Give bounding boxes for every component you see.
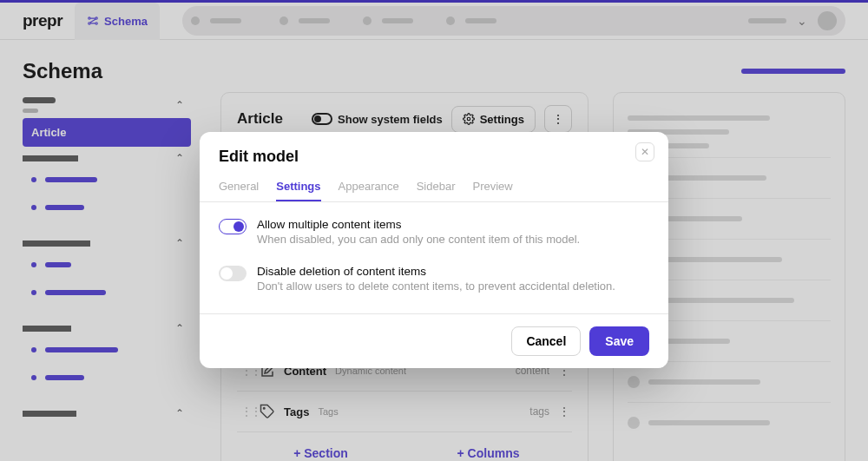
tab-general[interactable]: General bbox=[219, 171, 259, 201]
setting-disable-deletion: Disable deletion of content items Don't … bbox=[219, 265, 649, 293]
close-button[interactable]: ✕ bbox=[635, 142, 654, 161]
save-button[interactable]: Save bbox=[589, 326, 649, 356]
close-icon: ✕ bbox=[641, 146, 649, 158]
setting-allow-multiple: Allow multiple content items When disabl… bbox=[219, 218, 649, 246]
modal-tabs: General Settings Appearance Sidebar Prev… bbox=[200, 171, 668, 202]
tab-settings[interactable]: Settings bbox=[276, 171, 320, 201]
tab-appearance[interactable]: Appearance bbox=[339, 171, 399, 201]
modal-title: Edit model bbox=[219, 148, 299, 166]
cancel-button[interactable]: Cancel bbox=[511, 326, 581, 356]
setting-desc: When disabled, you can add only one cont… bbox=[257, 233, 580, 246]
edit-model-modal: Edit model ✕ General Settings Appearance… bbox=[200, 132, 668, 368]
setting-label: Disable deletion of content items bbox=[257, 265, 615, 278]
modal-overlay[interactable]: Edit model ✕ General Settings Appearance… bbox=[0, 0, 868, 461]
toggle-disable-deletion[interactable] bbox=[219, 266, 247, 281]
tab-preview[interactable]: Preview bbox=[472, 171, 512, 201]
setting-label: Allow multiple content items bbox=[257, 218, 580, 231]
tab-sidebar[interactable]: Sidebar bbox=[417, 171, 456, 201]
toggle-allow-multiple[interactable] bbox=[219, 219, 247, 234]
setting-desc: Don't allow users to delete content item… bbox=[257, 280, 615, 293]
